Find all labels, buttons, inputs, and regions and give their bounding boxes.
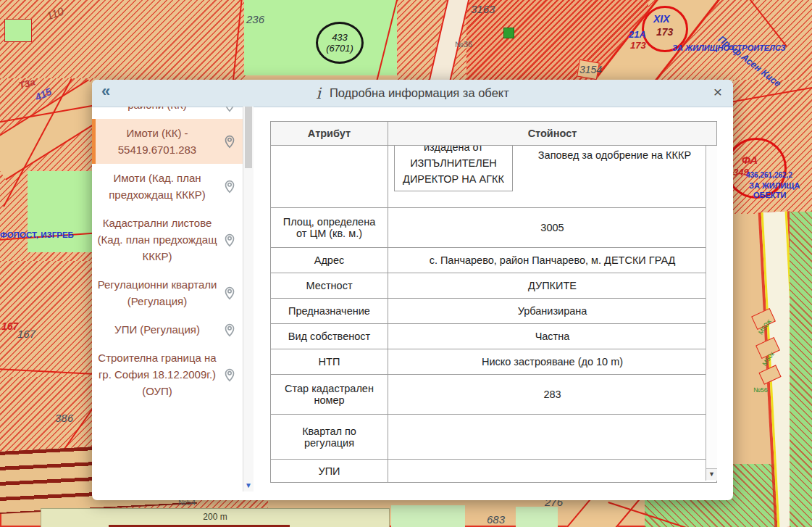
layer-list: райони (КК) Имоти (КК) - 55419.6701.283 … <box>92 107 243 500</box>
map-label-fopost: ФОПОСТ, ИЗГРЕБ <box>0 231 74 239</box>
table-scrollbar[interactable]: ▼ <box>706 146 717 481</box>
info-icon: i <box>316 85 321 102</box>
green-marker <box>503 28 514 38</box>
sidebar-item-upi-regulacia[interactable]: УПИ (Регулация) <box>92 315 243 344</box>
map-label-3154: 3154 <box>579 64 602 75</box>
sidebar-scrollbar[interactable]: ▼ <box>243 107 254 491</box>
map-label-fa: ФА <box>742 154 758 166</box>
dialog-title: Подробна информация за обект <box>330 86 509 100</box>
hatched-parcel <box>0 377 98 455</box>
table-row: Вид собственост Частна <box>271 324 717 349</box>
map-label-433: 433 <box>332 32 348 43</box>
map-label-167: 167 <box>17 328 35 340</box>
sidebar-item-regulacionni-kvartali[interactable]: Регулационни квартали (Регулация) <box>92 270 243 315</box>
scroll-down-icon[interactable]: ▼ <box>706 468 717 480</box>
parcel-number-circle: 433 (6701) <box>316 22 364 64</box>
map-label-xix-173: 173 <box>656 26 673 38</box>
map-label-683: 683 <box>487 513 505 526</box>
map-label-167-red: 167 <box>1 320 18 332</box>
table-row: НТП Ниско застрояване (до 10 m) <box>271 349 717 375</box>
map-label-xix: XIX <box>653 13 670 25</box>
table-header-row: Атрибут Стойност <box>271 122 717 146</box>
table-row: Стар кадастрален номер 283 <box>271 375 717 415</box>
sidebar-item-imoti-kad-plan[interactable]: Имоти (Кад. план предхождащ КККР) <box>92 164 243 209</box>
table-row-partial: издадена от ИЗПЪЛНИТЕЛЕН ДИРЕКТОР НА АГК… <box>271 146 717 208</box>
scale-label: 200 m <box>41 512 389 522</box>
hatched-parcel <box>0 261 94 377</box>
green-parcel <box>28 171 100 252</box>
location-pin-icon <box>218 232 241 248</box>
nested-value-cell: Заповед за одобрение на КККР <box>513 146 716 161</box>
dialog-header: « i Подробна информация за обект × <box>92 80 733 107</box>
col-header-attribute: Атрибут <box>271 122 388 146</box>
table-row: Квартал по регулация <box>271 415 717 460</box>
dialog-title-group: i Подробна информация за обект <box>316 85 509 102</box>
location-pin-icon <box>218 107 241 113</box>
nested-value-cell: издадена от ИЗПЪЛНИТЕЛЕН ДИРЕКТОР НА АГК… <box>394 146 513 191</box>
table-row: Предназначение Урбанизирана <box>271 299 717 324</box>
map-label-21a: 21А <box>629 29 646 40</box>
map-label-n36: №36 <box>455 40 472 49</box>
sidebar-item-imoti-kk-selected[interactable]: Имоти (КК) - 55419.6701.283 <box>92 119 243 164</box>
map-label-236: 236 <box>246 13 264 25</box>
location-pin-icon <box>218 133 241 149</box>
table-row: Адрес с. Панчарево, район Панчарево, м. … <box>271 248 717 273</box>
col-header-value: Стойност <box>388 122 717 146</box>
sidebar-item-kadastralni-listove[interactable]: Кадастрални листове (Кад. план предхожда… <box>92 209 243 270</box>
map-label-zhilishta: ЗА ЖИЛИЩА <box>749 181 800 190</box>
sidebar-item-stroitelna-granica[interactable]: Строителна граница на гр. София 18.12.20… <box>92 344 243 405</box>
green-parcel <box>391 505 465 527</box>
map-label-386: 386 <box>55 412 73 424</box>
map-label-173: 173 <box>630 40 646 51</box>
scrollbar-thumb[interactable] <box>245 107 252 168</box>
close-icon[interactable]: × <box>713 83 722 101</box>
collapse-button[interactable]: « <box>101 82 110 101</box>
app-root: 433 (6701) 200 m 110 236 3163 №36 3154 X… <box>0 0 812 527</box>
scroll-down-icon[interactable]: ▼ <box>243 480 254 491</box>
location-pin-icon <box>218 178 241 194</box>
table-row: Местност ДУПКИТЕ <box>271 273 717 299</box>
map-label-6701: (6701) <box>326 43 353 54</box>
location-pin-icon <box>218 367 241 383</box>
location-pin-icon <box>218 322 241 338</box>
sidebar-item-rayoni-kk[interactable]: райони (КК) <box>92 107 243 119</box>
map-label-n56: №56 <box>753 386 768 394</box>
attribute-table: Атрибут Стойност издадена от ИЗПЪЛНИТЕЛЕ… <box>270 121 717 483</box>
green-parcel <box>4 19 32 42</box>
attribute-table-wrap: Атрибут Стойност издадена от ИЗПЪЛНИТЕЛЕ… <box>270 121 717 481</box>
map-label-obekti: ОБЕКТИ <box>753 191 786 199</box>
green-hatched-parcel <box>790 212 812 527</box>
object-info-dialog: « i Подробна информация за обект × район… <box>92 80 733 500</box>
location-pin-icon <box>218 285 241 301</box>
map-label-nums: 436,261,262,2 <box>746 171 792 179</box>
table-row: Площ, определена от ЦМ (кв. м.) 3005 <box>271 208 717 248</box>
table-row: УПИ <box>271 460 717 483</box>
map-label-3163: 3163 <box>471 3 495 15</box>
green-parcel <box>516 507 558 527</box>
